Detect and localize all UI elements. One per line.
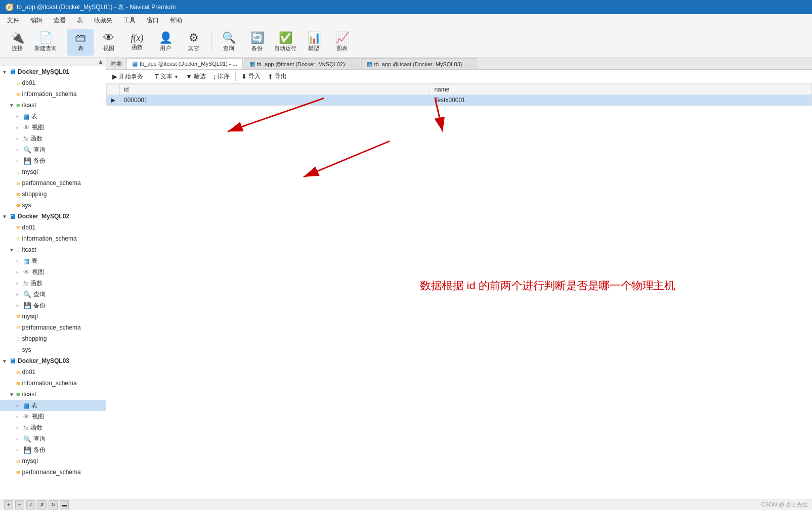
folder-backup-1[interactable]: › 💾 备份 xyxy=(0,155,106,166)
folder-table-2[interactable]: › ▦ 表 xyxy=(0,255,106,266)
menu-edit[interactable]: 编辑 xyxy=(25,15,48,26)
toolbar-new-query[interactable]: 📄 新建查询 xyxy=(32,29,59,56)
db-mysql-1[interactable]: ≡ mysql xyxy=(0,166,106,177)
db-sys-2[interactable]: ≡ sys xyxy=(0,344,106,355)
view-icon: 👁 xyxy=(103,32,114,43)
tbl-btn-import[interactable]: ⬇ 导入 xyxy=(238,71,264,82)
toolbar-query[interactable]: 🔍 查询 xyxy=(216,29,242,56)
folder-backup-3[interactable]: › 💾 备份 xyxy=(0,444,106,455)
folder-table-3-selected[interactable]: › ▦ 表 xyxy=(0,400,106,411)
status-add[interactable]: + xyxy=(4,500,13,509)
folder-view-2[interactable]: › 👁 视图 xyxy=(0,266,106,277)
toolbar-model[interactable]: 📊 模型 xyxy=(301,29,327,56)
db-mysql-2[interactable]: ≡ mysql xyxy=(0,311,106,322)
status-bar-btn[interactable]: ▬ xyxy=(60,500,69,509)
db-db01-3[interactable]: ≡ db01 xyxy=(0,366,106,378)
folder-func-1[interactable]: › fx 函数 xyxy=(0,133,106,144)
tbl-separator-2 xyxy=(235,72,236,81)
cell-name[interactable]: Testx00001 xyxy=(430,95,812,106)
expand-icon: › xyxy=(16,258,23,264)
table-row[interactable]: ▶ 0000001 Testx00001 xyxy=(107,95,812,106)
tbl-btn-export[interactable]: ⬆ 导出 xyxy=(265,71,290,82)
toolbar-other[interactable]: ⚙ 其它 xyxy=(181,29,207,56)
db-info-schema-3[interactable]: ≡ information_schema xyxy=(0,378,106,389)
menu-favorites[interactable]: 收藏夹 xyxy=(89,15,117,26)
menu-view[interactable]: 查看 xyxy=(49,15,71,26)
db-db01-2[interactable]: ≡ db01 xyxy=(0,222,106,233)
folder-label: 视图 xyxy=(32,268,44,276)
server-docker-mysql02[interactable]: ▼ 🖥 Docker_MySQL02 xyxy=(0,211,106,222)
db-shopping-2[interactable]: ≡ shopping xyxy=(0,333,106,344)
db-icon: ≡ xyxy=(16,457,20,465)
folder-label: 查询 xyxy=(33,435,46,443)
toolbar-function[interactable]: f(x) 函数 xyxy=(124,29,150,56)
menu-window[interactable]: 窗口 xyxy=(142,15,164,26)
folder-view-3[interactable]: › 👁 视图 xyxy=(0,411,106,422)
db-label: information_schema xyxy=(22,235,77,242)
toolbar-chart[interactable]: 📈 图表 xyxy=(329,29,355,56)
db-label: itcast xyxy=(22,246,36,253)
tbl-btn-start-tx[interactable]: ▶ 开始事务 xyxy=(109,71,146,82)
folder-func-3[interactable]: › fx 函数 xyxy=(0,422,106,433)
col-header-name[interactable]: name xyxy=(430,84,812,95)
toolbar-user[interactable]: 👤 用户 xyxy=(152,29,179,56)
cell-id[interactable]: 0000001 xyxy=(120,95,430,106)
folder-table-1[interactable]: › ▦ 表 xyxy=(0,111,106,122)
folder-query-3[interactable]: › 🔍 查询 xyxy=(0,433,106,444)
db-itcast-2[interactable]: ▼ ≡ itcast xyxy=(0,244,106,255)
folder-label: 视图 xyxy=(32,412,44,421)
status-remove[interactable]: − xyxy=(15,500,24,509)
db-info-schema-1[interactable]: ≡ information_schema xyxy=(0,88,106,100)
db-label: shopping xyxy=(22,335,47,342)
folder-label: 表 xyxy=(31,257,37,265)
menu-file[interactable]: 文件 xyxy=(2,15,24,26)
status-confirm[interactable]: ✓ xyxy=(26,500,35,509)
db-info-schema-2[interactable]: ≡ information_schema xyxy=(0,233,106,244)
db-itcast-3[interactable]: ▼ ≡ itcast xyxy=(0,389,106,400)
toolbar-autorun[interactable]: ✅ 自动运行 xyxy=(272,29,298,56)
toolbar-backup[interactable]: 🔄 备份 xyxy=(244,29,270,56)
filter-icon: ▼ xyxy=(186,73,192,80)
folder-backup-2[interactable]: › 💾 备份 xyxy=(0,300,106,311)
table-content[interactable]: id name ▶ 0000001 Testx00001 xyxy=(106,84,812,499)
menu-table[interactable]: 表 xyxy=(72,15,88,26)
sidebar[interactable]: ▲ ▼ 🖥 Docker_MySQL01 ≡ db01 ≡ informatio… xyxy=(0,58,106,499)
server-icon: 🖥 xyxy=(9,213,16,220)
db-perf-schema-2[interactable]: ≡ performance_schema xyxy=(0,322,106,333)
folder-query-2[interactable]: › 🔍 查询 xyxy=(0,289,106,300)
db-itcast-1[interactable]: ▼ ≡ itcast xyxy=(0,100,106,111)
tab-mysql03[interactable]: ▦ tb_app @itcast (Docker_MySQL03) - ... xyxy=(361,58,478,69)
status-cancel[interactable]: ✗ xyxy=(37,500,47,509)
annotation-svg: 数据根据 id 的前两个进行判断是否是哪一个物理主机 xyxy=(106,84,812,499)
server-docker-mysql01[interactable]: ▼ 🖥 Docker_MySQL01 xyxy=(0,66,106,77)
server-docker-mysql03[interactable]: ▼ 🖥 Docker_MySQL03 xyxy=(0,355,106,366)
col-header-id-val[interactable]: id xyxy=(120,84,430,95)
tab-mysql02[interactable]: ▦ tb_app @itcast (Docker_MySQL02) - ... xyxy=(244,58,360,69)
status-buttons: + − ✓ ✗ ↻ ▬ xyxy=(4,500,69,509)
expand-icon: › xyxy=(16,447,23,453)
sidebar-scroll-up[interactable]: ▲ xyxy=(98,58,104,65)
tbl-btn-filter[interactable]: ▼ 筛选 xyxy=(183,71,209,82)
menu-help[interactable]: 帮助 xyxy=(165,15,187,26)
menu-tools[interactable]: 工具 xyxy=(118,15,141,26)
status-refresh[interactable]: ↻ xyxy=(49,500,58,509)
tab-mysql01[interactable]: ▦ tb_app @itcast (Docker_MySQL01) - ... xyxy=(126,58,243,69)
expand-icon: › xyxy=(16,125,23,130)
toolbar-connect[interactable]: 🔌 连接 xyxy=(4,29,30,56)
folder-view-1[interactable]: › 👁 视图 xyxy=(0,122,106,133)
db-shopping-1[interactable]: ≡ shopping xyxy=(0,189,106,200)
sort-icon: ↕ xyxy=(213,73,217,80)
db-mysql-3[interactable]: ≡ mysql xyxy=(0,455,106,467)
user-icon: 👤 xyxy=(159,32,173,43)
folder-func-2[interactable]: › fx 函数 xyxy=(0,277,106,289)
db-sys-1[interactable]: ≡ sys xyxy=(0,200,106,211)
tbl-btn-text[interactable]: T 文本 ▼ xyxy=(152,71,182,82)
folder-query-1[interactable]: › 🔍 查询 xyxy=(0,144,106,155)
db-perf-schema-3[interactable]: ≡ performance_schema xyxy=(0,467,106,478)
toolbar-view[interactable]: 👁 视图 xyxy=(96,29,122,56)
toolbar-new-query-label: 新建查询 xyxy=(34,44,57,52)
toolbar-table[interactable]: 🗃 表 xyxy=(67,29,94,56)
db-perf-schema-1[interactable]: ≡ performance_schema xyxy=(0,177,106,189)
db-db01-1[interactable]: ≡ db01 xyxy=(0,77,106,88)
tbl-btn-sort[interactable]: ↕ 排序 xyxy=(210,71,233,82)
